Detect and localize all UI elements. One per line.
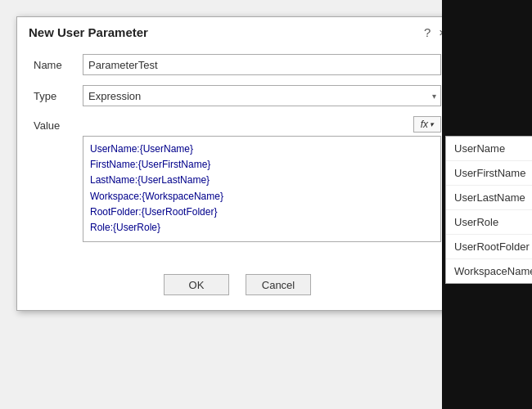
ok-button[interactable]: OK bbox=[164, 274, 229, 295]
help-icon[interactable]: ? bbox=[424, 25, 431, 39]
dialog-title: New User Parameter bbox=[29, 25, 148, 39]
name-label: Name bbox=[34, 59, 83, 71]
value-label: Value bbox=[34, 116, 83, 132]
dropdown-item-userrootfolder[interactable]: UserRootFolder bbox=[446, 235, 532, 259]
type-row: Type Expression String Integer Boolean ▾ bbox=[34, 85, 441, 106]
type-select[interactable]: Expression String Integer Boolean bbox=[83, 85, 441, 106]
value-content: fx ▾ UserName:{UserName} FirstName:{User… bbox=[83, 116, 441, 245]
dialog-titlebar: New User Parameter ? × bbox=[17, 17, 458, 46]
fx-label: fx bbox=[421, 119, 428, 130]
dropdown-item-userfirstname[interactable]: UserFirstName bbox=[446, 161, 532, 186]
dropdown-item-userrole[interactable]: UserRole bbox=[446, 210, 532, 235]
value-textarea[interactable]: UserName:{UserName} FirstName:{UserFirst… bbox=[83, 136, 441, 242]
fx-button[interactable]: fx ▾ bbox=[413, 116, 441, 133]
type-select-wrapper: Expression String Integer Boolean ▾ bbox=[83, 85, 441, 106]
parameter-dropdown: UserName UserFirstName UserLastName User… bbox=[445, 136, 532, 284]
value-textarea-container: UserName:{UserName} FirstName:{UserFirst… bbox=[83, 136, 441, 245]
value-row: Value fx ▾ UserName:{UserName} FirstName… bbox=[34, 116, 441, 245]
name-input[interactable] bbox=[83, 54, 441, 75]
dropdown-item-userlastname[interactable]: UserLastName bbox=[446, 186, 532, 210]
dropdown-item-workspacename[interactable]: WorkspaceName bbox=[446, 259, 532, 283]
dialog-footer: OK Cancel bbox=[17, 266, 458, 310]
type-label: Type bbox=[34, 90, 83, 102]
cancel-button[interactable]: Cancel bbox=[246, 274, 311, 295]
name-row: Name bbox=[34, 54, 441, 75]
fx-button-wrapper: fx ▾ bbox=[83, 116, 441, 133]
fx-arrow-icon: ▾ bbox=[430, 120, 434, 128]
dialog-body: Name Type Expression String Integer Bool… bbox=[17, 46, 458, 266]
dropdown-item-username[interactable]: UserName bbox=[446, 137, 532, 161]
new-user-parameter-dialog: New User Parameter ? × Name Type Express… bbox=[16, 16, 458, 311]
